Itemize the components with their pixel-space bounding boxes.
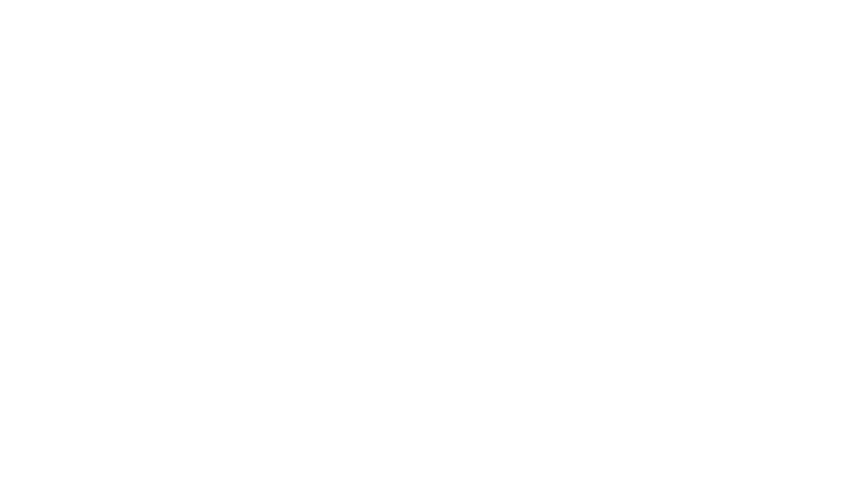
connectors-svg (0, 0, 868, 494)
org-chart (0, 0, 868, 494)
